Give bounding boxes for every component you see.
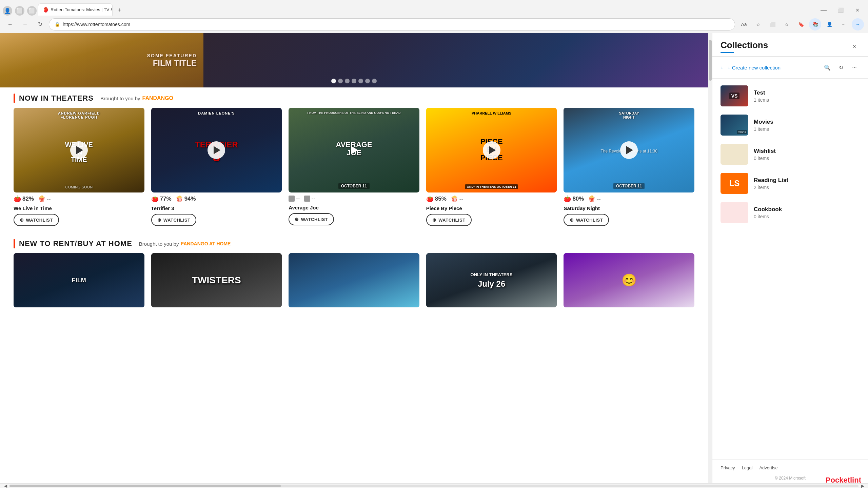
- collections-refresh-icon: ↻: [839, 64, 843, 71]
- forward-icon: →: [22, 21, 28, 27]
- sidebar-icon: →: [855, 22, 860, 27]
- collections-actions: + + Create new collection 🔍 ↻ ···: [712, 57, 868, 79]
- carousel-dot-6[interactable]: [365, 79, 370, 83]
- minimize-button[interactable]: —: [816, 5, 831, 16]
- carousel-dot-4[interactable]: [352, 79, 356, 83]
- collections-search-button[interactable]: 🔍: [822, 62, 833, 73]
- collection-count-movies: 1 items: [754, 126, 860, 132]
- create-collection-button[interactable]: + + Create new collection: [721, 65, 781, 70]
- movie-poster-2[interactable]: DAMIEN LEONE'S TERRIFIER3: [151, 108, 282, 192]
- split-screen-button[interactable]: ⬜: [766, 18, 778, 30]
- play-button-3[interactable]: [345, 141, 363, 159]
- play-icon-5: [626, 146, 633, 154]
- carousel-dot-1[interactable]: [331, 79, 336, 83]
- collection-item-cookbook[interactable]: Cookbook 0 items: [712, 198, 868, 227]
- movie-poster-1[interactable]: ANDREW GARFIELDFLORENCE PUGH WE LIVEINTI…: [14, 108, 144, 192]
- forward-button[interactable]: →: [19, 18, 31, 30]
- bottom-scrollbar: ◀ ▶: [0, 483, 868, 488]
- scrollbar-thumb[interactable]: [709, 40, 712, 81]
- new-tab-button[interactable]: +: [114, 5, 125, 16]
- more-tools-button[interactable]: ···: [837, 18, 850, 30]
- movie-scores-3: -- --: [289, 195, 419, 202]
- tab-view-button[interactable]: ⬜: [27, 6, 37, 16]
- carousel-dot-2[interactable]: [338, 79, 343, 83]
- play-button-1[interactable]: [70, 141, 88, 159]
- watchlist-icon-1: ⊕: [20, 217, 24, 223]
- collections-close-button[interactable]: ×: [849, 41, 860, 52]
- carousel-dots: [331, 79, 377, 83]
- tomatometer-3: --: [289, 195, 300, 202]
- movie-poster-3[interactable]: FROM THE PRODUCERS OF THE BLIND AND GOD'…: [289, 108, 419, 192]
- collection-name-reading-list: Reading List: [754, 177, 860, 184]
- collection-item-test[interactable]: VS Test 1 items: [712, 81, 868, 110]
- movie-poster-5[interactable]: SATURDAYNIGHT The Revolution Begins at 1…: [564, 108, 694, 192]
- collection-thumb-reading-list: LS: [721, 173, 748, 194]
- tomatometer-val-5: 80%: [572, 196, 584, 202]
- watchlist-button-3[interactable]: ⊕ WATCHLIST: [289, 213, 334, 225]
- scrollbar[interactable]: [708, 33, 712, 483]
- restore-button[interactable]: ⬜: [833, 5, 848, 16]
- back-button[interactable]: ←: [4, 18, 16, 30]
- rent-poster-1[interactable]: FILM: [14, 253, 144, 307]
- collection-item-movies[interactable]: Ships Movies 1 items: [712, 110, 868, 140]
- active-tab[interactable]: 🍅 Rotten Tomatoes: Movies | TV Sh... ×: [38, 3, 113, 16]
- sidebar-button[interactable]: →: [852, 18, 864, 30]
- movie-card-2: DAMIEN LEONE'S TERRIFIER3 🍅 77%: [151, 108, 282, 226]
- rent-poster-2[interactable]: TWISTERS: [151, 253, 282, 307]
- web-capture-button[interactable]: 🔖: [795, 18, 807, 30]
- close-button[interactable]: ×: [850, 5, 865, 16]
- movie-scores-1: 🍅 82% 🍿 --: [14, 195, 144, 203]
- extensions-button[interactable]: ⬜: [15, 6, 24, 16]
- address-bar[interactable]: 🔒 https://www.rottentomatoes.com: [49, 18, 735, 30]
- hero-image-left: SOME FEATURED FILM TITLE: [0, 33, 203, 87]
- read-aloud-button[interactable]: Aa: [738, 18, 750, 30]
- rent-poster-4[interactable]: ONLY IN THEATERS July 26: [426, 253, 557, 307]
- favorites-button[interactable]: ☆: [752, 18, 764, 30]
- traffic-lights: 👤 ⬜ ⬜: [3, 6, 37, 16]
- watchlist-icon-4: ⊕: [432, 217, 437, 223]
- watchlist-button-5[interactable]: ⊕ WATCHLIST: [564, 214, 609, 226]
- collection-item-reading-list[interactable]: LS Reading List 2 items: [712, 169, 868, 198]
- hero-banner: SOME FEATURED FILM TITLE: [0, 33, 708, 87]
- refresh-button[interactable]: ↻: [34, 18, 46, 30]
- play-button-5[interactable]: [620, 141, 638, 159]
- profile-button[interactable]: 👤: [3, 6, 12, 16]
- watchlist-button-1[interactable]: ⊕ WATCHLIST: [14, 214, 59, 226]
- watchlist-button-4[interactable]: ⊕ WATCHLIST: [426, 214, 472, 226]
- popcorn-icon-3: [304, 196, 310, 202]
- tomatometer-2: 🍅 77%: [151, 195, 172, 203]
- favorites-icon: ☆: [756, 22, 761, 27]
- legal-link[interactable]: Legal: [742, 465, 753, 470]
- audience-val-5: --: [597, 196, 600, 202]
- collections-more-button[interactable]: ···: [849, 62, 860, 73]
- bottom-thumb[interactable]: [9, 485, 281, 487]
- add-favorites-button[interactable]: ☆: [781, 18, 793, 30]
- july-26-text: July 26: [478, 279, 505, 289]
- play-button-2[interactable]: [208, 141, 225, 159]
- carousel-dot-5[interactable]: [358, 79, 363, 83]
- tomatometer-val-3: --: [296, 195, 300, 202]
- rent-section-bar: [14, 239, 15, 248]
- tomato-icon-4: 🍅: [426, 195, 434, 203]
- popcorn-icon-2: 🍿: [176, 195, 183, 203]
- movie-card-4: PHARRELL WILLIAMS PIECEBYPIECE ONLY IN T…: [426, 108, 557, 226]
- rent-section-title: NEW TO RENT/BUY AT HOME: [19, 239, 132, 248]
- profile-toolbar-button[interactable]: 👤: [823, 18, 835, 30]
- play-button-4[interactable]: [483, 141, 500, 159]
- collections-toolbar-button[interactable]: 📚: [809, 18, 821, 30]
- privacy-link[interactable]: Privacy: [721, 465, 735, 470]
- carousel-dot-7[interactable]: [372, 79, 377, 83]
- carousel-dot-3[interactable]: [345, 79, 350, 83]
- advertise-link[interactable]: Advertise: [759, 465, 777, 470]
- tomatometer-5: 🍅 80%: [564, 195, 584, 203]
- collection-item-wishlist[interactable]: Wishlist 0 items: [712, 140, 868, 169]
- rent-poster-5[interactable]: 😊: [564, 253, 694, 307]
- watchlist-button-2[interactable]: ⊕ WATCHLIST: [151, 214, 197, 226]
- movie-scores-4: 🍅 85% 🍿 --: [426, 195, 557, 203]
- collection-info-reading-list: Reading List 2 items: [754, 177, 860, 190]
- collections-refresh-button[interactable]: ↻: [835, 62, 846, 73]
- extensions-icon: ⬜: [16, 8, 23, 14]
- rent-poster-3[interactable]: [289, 253, 419, 307]
- movie-poster-4[interactable]: PHARRELL WILLIAMS PIECEBYPIECE ONLY IN T…: [426, 108, 557, 192]
- collection-info-test: Test 1 items: [754, 89, 860, 103]
